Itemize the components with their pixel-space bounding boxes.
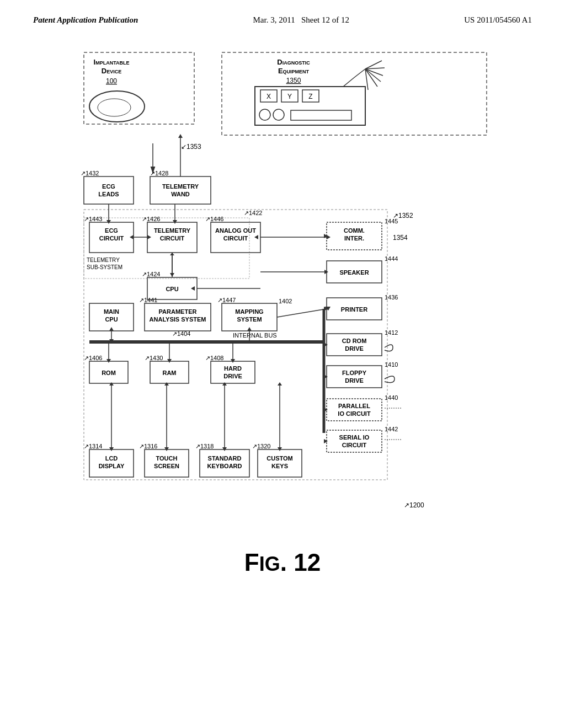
- svg-text:↗1428: ↗1428: [150, 170, 168, 176]
- svg-text:IO CIRCUIT: IO CIRCUIT: [338, 410, 371, 417]
- svg-text:SERIAL IO: SERIAL IO: [339, 434, 370, 441]
- svg-text:LCD: LCD: [105, 455, 118, 462]
- svg-text:↗1318: ↗1318: [195, 443, 214, 449]
- svg-marker-109: [109, 327, 114, 331]
- svg-text:ECG: ECG: [105, 227, 118, 234]
- svg-text:WAND: WAND: [171, 191, 190, 197]
- svg-text:LEADS: LEADS: [98, 191, 119, 197]
- svg-text:ECG: ECG: [102, 183, 115, 190]
- publication-title: Patent Application Publication: [33, 15, 138, 25]
- svg-text:DRIVE: DRIVE: [223, 373, 242, 379]
- svg-rect-28: [84, 176, 134, 204]
- svg-text:SCREEN: SCREEN: [154, 463, 179, 469]
- svg-text:↗1200: ↗1200: [404, 501, 424, 509]
- page-header: Patent Application Publication Mar. 3, 2…: [0, 0, 565, 25]
- svg-text:X: X: [266, 93, 271, 100]
- svg-text:HARD: HARD: [224, 365, 242, 372]
- svg-text:DRIVE: DRIVE: [345, 377, 364, 384]
- svg-text:INTERNAL BUS: INTERNAL BUS: [233, 332, 277, 339]
- svg-text:↗1432: ↗1432: [81, 170, 99, 176]
- svg-rect-139: [327, 399, 382, 421]
- svg-text:CUSTOM: CUSTOM: [266, 455, 292, 462]
- svg-marker-37: [178, 134, 183, 138]
- svg-text:TELEMETRY: TELEMETRY: [87, 257, 120, 263]
- svg-marker-180: [278, 382, 282, 386]
- svg-marker-73: [327, 235, 331, 239]
- svg-text:1354: 1354: [393, 234, 408, 242]
- svg-text:1436: 1436: [385, 294, 398, 301]
- svg-marker-145: [324, 408, 328, 412]
- svg-text:MAIN: MAIN: [104, 308, 119, 315]
- svg-text:FLOPPY: FLOPPY: [342, 370, 367, 376]
- svg-text:Implantable: Implantable: [94, 58, 130, 66]
- svg-text:↗1446: ↗1446: [205, 216, 223, 222]
- svg-marker-177: [222, 382, 227, 386]
- svg-text:↙1353: ↙1353: [181, 143, 201, 151]
- svg-text:KEYBOARD: KEYBOARD: [207, 463, 242, 469]
- svg-text:ROM: ROM: [102, 370, 116, 376]
- svg-text:↗1430: ↗1430: [145, 355, 163, 361]
- svg-line-20: [365, 61, 382, 69]
- svg-text:↗1426: ↗1426: [142, 216, 160, 222]
- svg-marker-152: [324, 439, 328, 443]
- svg-marker-72: [254, 235, 258, 239]
- publication-number: US 2011/054560 A1: [464, 15, 532, 25]
- svg-text:↗1441: ↗1441: [139, 297, 157, 303]
- svg-text:↗1408: ↗1408: [205, 355, 223, 361]
- svg-marker-174: [164, 382, 169, 386]
- svg-point-18: [273, 109, 284, 120]
- svg-text:SYSTEM: SYSTEM: [237, 316, 262, 323]
- svg-text:TELEMETRY: TELEMETRY: [154, 227, 191, 234]
- svg-text:100: 100: [106, 77, 117, 85]
- svg-rect-32: [150, 176, 211, 204]
- svg-text:RAM: RAM: [162, 370, 176, 376]
- svg-rect-146: [327, 430, 382, 452]
- svg-text:↗1422: ↗1422: [244, 210, 262, 216]
- svg-text:CIRCUIT: CIRCUIT: [342, 442, 367, 448]
- svg-text:1442: 1442: [385, 426, 398, 432]
- svg-text:COMM.: COMM.: [344, 227, 365, 234]
- svg-text:Y: Y: [287, 93, 292, 100]
- svg-text:↗1314: ↗1314: [84, 443, 102, 449]
- svg-text:INTER.: INTER.: [344, 235, 364, 242]
- svg-text:CPU: CPU: [166, 286, 178, 292]
- svg-text:CPU: CPU: [105, 316, 118, 323]
- svg-text:ANALYSIS SYSTEM: ANALYSIS SYSTEM: [150, 316, 206, 323]
- svg-text:PRINTER: PRINTER: [341, 306, 367, 313]
- svg-text:↗1447: ↗1447: [217, 297, 236, 303]
- svg-text:↗1320: ↗1320: [252, 443, 270, 449]
- svg-text:↗1404: ↗1404: [172, 330, 190, 337]
- svg-line-21: [365, 68, 385, 69]
- svg-text:PARAMETER: PARAMETER: [159, 308, 197, 315]
- svg-marker-138: [324, 374, 328, 379]
- svg-text:CIRCUIT: CIRCUIT: [223, 235, 248, 242]
- svg-rect-101: [327, 334, 382, 356]
- svg-marker-136: [324, 342, 328, 347]
- svg-text:STANDARD: STANDARD: [208, 455, 242, 462]
- svg-text:MAPPING: MAPPING: [235, 308, 263, 315]
- svg-text:1445: 1445: [385, 218, 398, 224]
- svg-text:KEYS: KEYS: [271, 463, 288, 469]
- svg-text:DRIVE: DRIVE: [345, 345, 364, 352]
- svg-text:Z: Z: [308, 93, 312, 100]
- svg-text:1410: 1410: [385, 361, 398, 368]
- svg-text:Diagnostic: Diagnostic: [277, 58, 310, 66]
- svg-marker-80: [191, 286, 195, 291]
- svg-text:↗1406: ↗1406: [84, 355, 102, 361]
- svg-text:↗1443: ↗1443: [84, 216, 102, 222]
- svg-rect-116: [211, 361, 255, 383]
- svg-text:PARALLEL: PARALLEL: [338, 403, 370, 409]
- svg-rect-126: [327, 366, 382, 388]
- fig-label: FIG. 12: [244, 549, 321, 576]
- svg-text:1440: 1440: [385, 394, 398, 401]
- svg-rect-19: [291, 110, 351, 120]
- svg-text:1350: 1350: [286, 77, 301, 84]
- svg-point-5: [98, 99, 131, 116]
- svg-marker-55: [147, 235, 151, 239]
- svg-text:SUB-SYSTEM: SUB-SYSTEM: [87, 264, 122, 270]
- svg-text:Device: Device: [102, 67, 121, 75]
- svg-text:TOUCH: TOUCH: [156, 455, 178, 462]
- svg-text:↗1424: ↗1424: [142, 271, 160, 277]
- svg-text:CIRCUIT: CIRCUIT: [99, 235, 124, 242]
- svg-text:TELEMETRY: TELEMETRY: [162, 183, 199, 190]
